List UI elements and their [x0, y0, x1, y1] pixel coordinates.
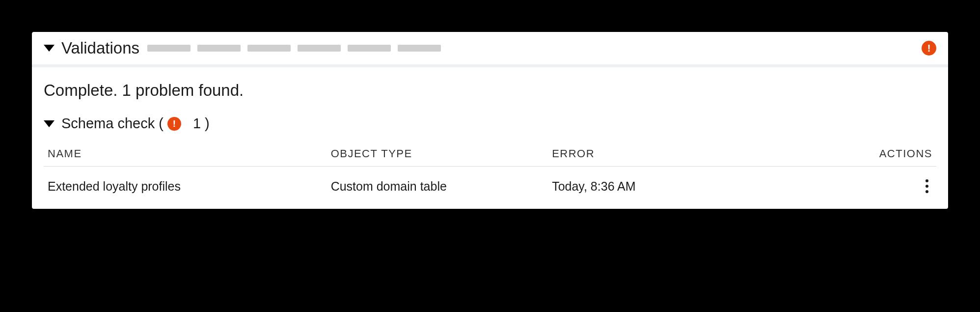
table-header: NAME OBJECT TYPE ERROR ACTIONS — [44, 142, 936, 167]
subsection-count-wrap: (! 1) — [159, 115, 210, 132]
kebab-icon — [926, 185, 928, 188]
kebab-icon — [926, 190, 928, 193]
warning-icon: ! — [922, 41, 936, 56]
cell-name: Extended loyalty profiles — [48, 179, 331, 194]
skeleton-placeholder-group — [147, 45, 914, 52]
column-header-error: ERROR — [552, 147, 835, 160]
table-row: Extended loyalty profiles Custom domain … — [44, 167, 936, 203]
skeleton-bar — [298, 45, 341, 52]
skeleton-bar — [197, 45, 241, 52]
caret-down-icon — [44, 120, 54, 127]
cell-object-type: Custom domain table — [331, 179, 552, 194]
cell-actions — [835, 177, 932, 195]
skeleton-bar — [398, 45, 441, 52]
column-header-name: NAME — [48, 147, 331, 160]
row-actions-button[interactable] — [924, 177, 930, 195]
status-text: Complete. 1 problem found. — [44, 81, 936, 100]
panel-title: Validations — [61, 39, 139, 57]
header-status: ! — [922, 41, 936, 56]
panel-header-toggle[interactable]: Validations — [44, 39, 139, 57]
subsection-label: Schema check — [61, 115, 155, 132]
validations-table: NAME OBJECT TYPE ERROR ACTIONS Extended … — [44, 142, 936, 203]
warning-icon: ! — [167, 117, 181, 131]
skeleton-bar — [348, 45, 391, 52]
panel-header: Validations ! — [32, 32, 948, 67]
cell-error: Today, 8:36 AM — [552, 179, 835, 194]
validations-panel: Validations ! Complete. 1 problem found.… — [32, 32, 948, 209]
schema-check-toggle[interactable]: Schema check (! 1) — [44, 115, 936, 132]
skeleton-bar — [247, 45, 291, 52]
skeleton-bar — [147, 45, 191, 52]
subsection-title: Schema check (! 1) — [61, 115, 210, 132]
column-header-object-type: OBJECT TYPE — [331, 147, 552, 160]
subsection-count: 1 — [193, 115, 201, 132]
kebab-icon — [926, 179, 928, 182]
column-header-actions: ACTIONS — [835, 147, 932, 160]
caret-down-icon — [44, 45, 54, 52]
panel-body: Complete. 1 problem found. Schema check … — [32, 67, 948, 209]
